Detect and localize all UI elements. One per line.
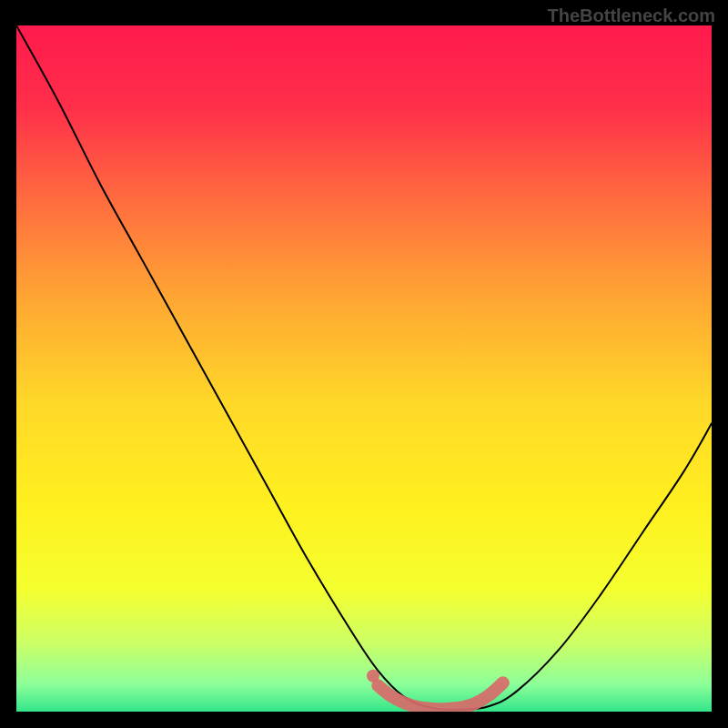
watermark-text: TheBottleneck.com bbox=[548, 5, 715, 26]
chart-container: TheBottleneck.com bbox=[0, 0, 728, 728]
chart-plot-area bbox=[16, 25, 712, 712]
chart-svg bbox=[16, 25, 712, 712]
chart-background-gradient bbox=[16, 25, 712, 712]
highlight-dot bbox=[367, 670, 379, 682]
